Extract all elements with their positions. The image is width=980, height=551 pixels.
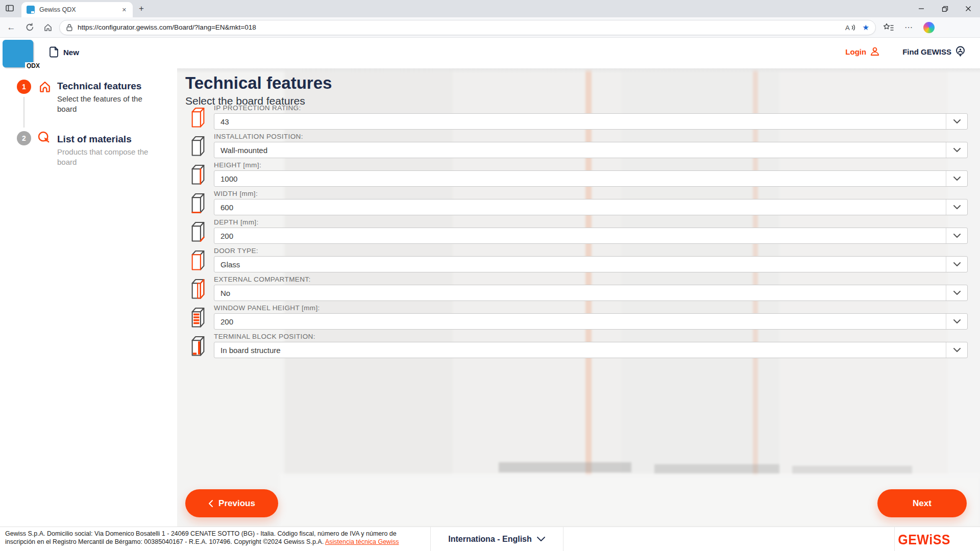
field-label: DOOR TYPE: — [214, 247, 258, 255]
app-body: 1 Technical features Select the features… — [0, 68, 980, 527]
installation-position-select[interactable]: Wall-mounted — [214, 142, 968, 158]
home-icon[interactable] — [41, 20, 55, 35]
browser-window: Gewiss QDX ✕ + ← https://configurator.ge — [0, 0, 980, 551]
width-select[interactable]: 600 — [214, 199, 968, 215]
cabinet-height-icon — [189, 162, 207, 186]
sidebar-item-list-of-materials[interactable]: List of materials — [57, 134, 132, 145]
refresh-icon[interactable] — [22, 20, 37, 35]
back-icon[interactable]: ← — [4, 20, 18, 35]
step-1-badge: 1 — [17, 80, 31, 94]
previous-button[interactable]: Previous — [185, 489, 278, 517]
tab-actions-icon[interactable] — [5, 4, 14, 13]
collections-icon[interactable] — [883, 23, 894, 32]
read-aloud-icon[interactable]: A — [845, 23, 856, 32]
language-label: Internationa - English — [448, 535, 532, 544]
address-bar[interactable]: https://configurator.gewiss.com/Board/?l… — [59, 20, 876, 35]
field-row-width: WIDTH [mm]: 600 — [177, 188, 980, 216]
browser-menu-icon[interactable]: ⋯ — [904, 22, 913, 32]
new-board-button[interactable]: New — [48, 46, 79, 58]
footer-divider — [894, 527, 895, 551]
chevron-down-icon[interactable] — [946, 114, 967, 129]
close-window-button[interactable] — [957, 0, 980, 17]
chevron-down-icon[interactable] — [946, 228, 967, 243]
app-header: QDX New Login Find GEWISS — [0, 38, 980, 68]
depth-select[interactable]: 200 — [214, 228, 968, 244]
field-row-depth: DEPTH [mm]: 200 — [177, 216, 980, 245]
chevron-down-icon[interactable] — [946, 342, 967, 358]
lock-icon — [66, 23, 73, 32]
header-actions: Login Find GEWISS — [845, 46, 966, 57]
cabinet-window-panel-icon — [189, 305, 207, 329]
field-label: WINDOW PANEL HEIGHT [mm]: — [214, 304, 320, 312]
url-text[interactable]: https://configurator.gewiss.com/Board/?l… — [78, 23, 839, 31]
field-label: TERMINAL BLOCK POSITION: — [214, 333, 315, 340]
materials-search-icon — [37, 130, 52, 145]
window-panel-height-select[interactable]: 200 — [214, 313, 968, 330]
tab-title: Gewiss QDX — [39, 6, 120, 13]
board-feature-form: IP PROTECTION RATING: 43 INSTALLATION PO… — [177, 102, 980, 359]
ip-rating-select[interactable]: 43 — [214, 113, 968, 130]
chevron-down-icon[interactable] — [946, 285, 967, 300]
field-row-terminal-block: TERMINAL BLOCK POSITION: In board struct… — [177, 331, 980, 359]
browser-tab[interactable]: Gewiss QDX ✕ — [21, 2, 133, 17]
next-label: Next — [913, 498, 932, 509]
legal-text: Gewiss S.p.A. Domicilio social: Via Dome… — [5, 530, 413, 546]
cabinet-terminal-block-icon — [189, 333, 207, 358]
copilot-icon[interactable] — [923, 22, 935, 33]
language-selector[interactable]: Internationa - English — [430, 527, 563, 551]
sidebar-item-technical-features[interactable]: Technical features — [57, 81, 141, 92]
chevron-down-icon[interactable] — [946, 199, 967, 215]
footer-divider — [563, 527, 564, 551]
chevron-down-icon — [537, 537, 545, 541]
cabinet-installation-icon — [189, 133, 207, 158]
select-value: Wall-mounted — [214, 146, 267, 155]
field-label: HEIGHT [mm]: — [214, 161, 261, 169]
browser-tab-bar: Gewiss QDX ✕ + — [0, 0, 980, 17]
find-gewiss-button[interactable]: Find GEWISS — [902, 46, 966, 57]
external-compartment-select[interactable]: No — [214, 285, 968, 301]
minimize-button[interactable] — [910, 0, 933, 17]
chevron-left-icon — [208, 499, 213, 508]
restore-button[interactable] — [933, 0, 957, 17]
new-tab-button[interactable]: + — [139, 4, 144, 13]
svg-text:A: A — [845, 24, 850, 32]
select-value: 1000 — [214, 174, 237, 183]
chevron-down-icon[interactable] — [946, 314, 967, 329]
cabinet-ip-rating-icon — [189, 105, 207, 129]
field-row-ip-rating: IP PROTECTION RATING: 43 — [177, 102, 980, 131]
step-2-badge: 2 — [17, 131, 31, 145]
field-row-height: HEIGHT [mm]: 1000 — [177, 159, 980, 188]
select-value: 600 — [214, 203, 233, 212]
chevron-down-icon[interactable] — [946, 171, 967, 186]
login-label: Login — [845, 47, 866, 56]
app-footer: Gewiss S.p.A. Domicilio social: Via Dome… — [0, 527, 980, 551]
next-button[interactable]: Next — [877, 489, 967, 517]
field-label: DEPTH [mm]: — [214, 218, 259, 226]
door-type-select[interactable]: Glass — [214, 256, 968, 272]
tab-close-icon[interactable]: ✕ — [120, 6, 129, 14]
step-1-subtitle: Select the features of the board — [57, 94, 162, 114]
step-2-subtitle: Products that compose the board — [57, 147, 162, 167]
favorite-star-icon[interactable]: ★ — [863, 23, 869, 32]
new-label: New — [63, 48, 79, 57]
field-row-door-type: DOOR TYPE: Glass — [177, 245, 980, 273]
chevron-down-icon[interactable] — [946, 257, 967, 272]
height-select[interactable]: 1000 — [214, 170, 968, 187]
qdx-logo[interactable]: QDX — [3, 40, 33, 67]
toolbar-right-icons: ⋯ — [883, 22, 935, 33]
gewiss-logo[interactable]: GEWiSS — [898, 532, 950, 547]
browser-toolbar: ← https://configurator.gewiss.com/Board/… — [0, 17, 980, 38]
select-value: 200 — [214, 317, 233, 326]
find-gewiss-label: Find GEWISS — [902, 47, 951, 56]
select-value: Glass — [214, 260, 240, 269]
select-value: No — [214, 289, 230, 297]
page-title: Technical features — [185, 73, 332, 93]
field-row-installation: INSTALLATION POSITION: Wall-mounted — [177, 131, 980, 159]
cabinet-compartment-icon — [189, 276, 207, 300]
location-pin-icon — [955, 46, 966, 57]
user-icon — [870, 46, 880, 57]
chevron-down-icon[interactable] — [946, 142, 967, 158]
terminal-block-position-select[interactable]: In board structure — [214, 342, 968, 358]
support-link[interactable]: Asistencia técnica Gewiss — [325, 538, 399, 545]
login-button[interactable]: Login — [845, 46, 880, 57]
